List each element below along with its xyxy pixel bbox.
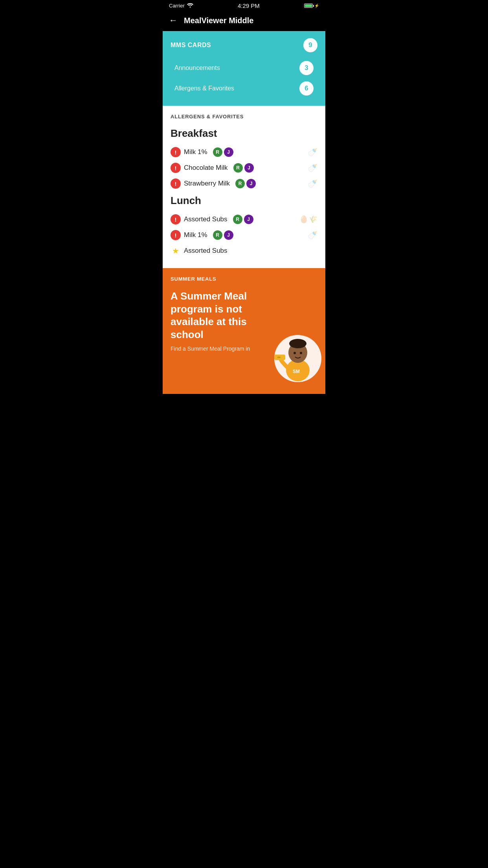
meal-item-left: ! Milk 1% R J [171, 147, 233, 157]
mms-cards-section: MMS CARDS 9 Announcements 3 Allergens & … [163, 31, 325, 106]
avatars: R J [233, 215, 253, 224]
allergens-favorites-item[interactable]: Allergens & Favorites 6 [171, 78, 317, 99]
avatar-r: R [233, 163, 243, 173]
avatar-r: R [233, 215, 242, 224]
lunch-header: Lunch [171, 195, 317, 207]
alert-icon: ! [171, 163, 181, 173]
meal-name: Strawberry Milk [184, 180, 230, 188]
meal-name: Assorted Subs [184, 215, 227, 223]
milk-icon: 🍼 [308, 230, 317, 240]
avatars: R J [235, 179, 256, 188]
meal-name: Milk 1% [184, 148, 207, 156]
back-button[interactable]: ← [169, 15, 178, 26]
avatars: R J [213, 230, 233, 240]
avatar-j: J [224, 147, 233, 157]
svg-point-7 [300, 352, 302, 354]
allergens-section-header: ALLERGENS & FAVORITES [171, 114, 317, 120]
charging-icon: ⚡ [314, 4, 319, 8]
status-left: Carrier [169, 3, 193, 9]
meal-name: Assorted Subs [184, 247, 227, 255]
mms-cards-title: MMS CARDS [171, 42, 211, 49]
alert-icon: ! [171, 230, 181, 240]
nav-bar: ← MealViewer Middle [163, 11, 325, 31]
avatars: R J [213, 147, 233, 157]
meal-item-left: ! Assorted Subs R J [171, 214, 253, 224]
summer-meals-section: SUMMER MEALS A Summer Meal program is no… [163, 268, 325, 394]
milk-icon: 🍼 [308, 179, 317, 188]
food-icons: 🥚 🌾 [299, 215, 317, 224]
svg-rect-10 [277, 357, 281, 358]
wheat-icon: 🌾 [309, 215, 317, 224]
wifi-icon [187, 3, 193, 9]
list-item[interactable]: ! Milk 1% R J 🍼 [171, 227, 317, 243]
summer-meals-label: SUMMER MEALS [171, 276, 317, 282]
milk-icon: 🍼 [308, 163, 317, 173]
battery-icon [304, 4, 313, 8]
avatar-r: R [213, 230, 222, 240]
status-time: 4:29 PM [238, 2, 260, 9]
breakfast-header: Breakfast [171, 127, 317, 140]
avatar-r: R [235, 179, 245, 188]
announcements-label: Announcements [174, 64, 220, 72]
allergens-favorites-label: Allergens & Favorites [174, 85, 234, 92]
mms-cards-badge: 9 [303, 38, 317, 52]
meal-name: Chocolate Milk [184, 164, 228, 172]
list-item[interactable]: ! Assorted Subs R J 🥚 🌾 [171, 211, 317, 227]
svg-point-5 [289, 339, 306, 348]
svg-point-6 [294, 352, 296, 354]
meal-item-left: ! Strawberry Milk R J [171, 178, 256, 189]
svg-text:SM: SM [293, 369, 300, 374]
avatars: R J [233, 163, 254, 173]
meal-name: Milk 1% [184, 231, 207, 239]
meal-item-right: 🍼 [308, 147, 317, 157]
meal-item-right: 🍼 [308, 163, 317, 173]
milk-icon: 🍼 [308, 147, 317, 157]
status-bar: Carrier 4:29 PM ⚡ [163, 0, 325, 11]
avatar-r: R [213, 147, 222, 157]
avatar-j: J [224, 230, 233, 240]
avatar-j: J [246, 179, 256, 188]
avatar-j: J [244, 215, 253, 224]
egg-icon: 🥚 [299, 215, 308, 224]
star-icon: ★ [171, 246, 181, 256]
announcements-badge: 3 [299, 61, 314, 75]
mms-cards-header[interactable]: MMS CARDS 9 [171, 38, 317, 52]
alert-icon: ! [171, 178, 181, 189]
list-item[interactable]: ! Strawberry Milk R J 🍼 [171, 176, 317, 191]
list-item[interactable]: ! Chocolate Milk R J 🍼 [171, 160, 317, 176]
summer-meals-heading: A Summer Meal program is not available a… [171, 290, 257, 341]
allergens-section: ALLERGENS & FAVORITES Breakfast ! Milk 1… [163, 106, 325, 268]
meal-item-left: ★ Assorted Subs [171, 246, 227, 256]
status-right: ⚡ [304, 4, 319, 8]
summer-mascot: SM [266, 315, 321, 386]
carrier-label: Carrier [169, 3, 185, 9]
meal-item-left: ! Milk 1% R J [171, 230, 233, 240]
meal-item-right: 🍼 [308, 230, 317, 240]
list-item[interactable]: ! Milk 1% R J 🍼 [171, 144, 317, 160]
alert-icon: ! [171, 147, 181, 157]
svg-point-0 [189, 7, 191, 8]
page-title: MealViewer Middle [184, 16, 253, 25]
announcements-item[interactable]: Announcements 3 [171, 58, 317, 78]
alert-icon: ! [171, 214, 181, 224]
meal-item-right: 🥚 🌾 [299, 215, 317, 224]
allergens-favorites-badge: 6 [299, 81, 314, 96]
meal-item-left: ! Chocolate Milk R J [171, 163, 254, 173]
avatar-j: J [244, 163, 254, 173]
list-item[interactable]: ★ Assorted Subs [171, 243, 317, 259]
meal-item-right: 🍼 [308, 179, 317, 188]
